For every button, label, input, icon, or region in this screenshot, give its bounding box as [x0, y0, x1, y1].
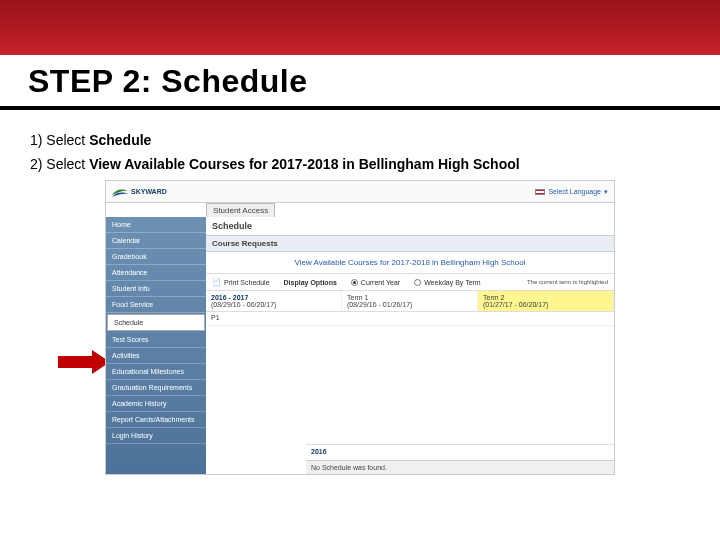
no-schedule-message: No Schedule was found. — [306, 460, 614, 474]
instruction-1-prefix: 1) Select — [30, 132, 89, 148]
app-body: HomeCalendarGradebookAttendanceStudent I… — [106, 217, 614, 474]
embedded-screenshot-wrap: SKYWARD Select Language ▾ Student Access… — [0, 180, 720, 475]
sidebar-item-graduation-requirements[interactable]: Graduation Requirements — [106, 380, 206, 396]
sidebar-item-activities[interactable]: Activities — [106, 348, 206, 364]
student-access-tab[interactable]: Student Access — [206, 203, 275, 217]
sidebar: HomeCalendarGradebookAttendanceStudent I… — [106, 217, 206, 474]
sidebar-item-academic-history[interactable]: Academic History — [106, 396, 206, 412]
year-label: 2016 - 2017 — [211, 294, 248, 301]
embedded-screenshot: SKYWARD Select Language ▾ Student Access… — [105, 180, 615, 475]
language-selector[interactable]: Select Language ▾ — [535, 188, 608, 196]
sidebar-item-calendar[interactable]: Calendar — [106, 233, 206, 249]
year-column: 2016 - 2017 (08/29/16 - 06/20/17) — [206, 291, 342, 311]
header-banner: STEP 2: Schedule — [0, 0, 720, 110]
year-range: (08/29/16 - 06/20/17) — [211, 301, 276, 308]
sidebar-item-schedule[interactable]: Schedule — [107, 314, 205, 331]
sidebar-item-home[interactable]: Home — [106, 217, 206, 233]
cell-blank-2 — [478, 312, 614, 325]
page-title: STEP 2: Schedule — [28, 63, 692, 100]
term2-label: Term 2 — [483, 294, 504, 301]
instruction-2-prefix: 2) Select — [30, 156, 89, 172]
term1-label: Term 1 — [347, 294, 368, 301]
view-available-courses-link[interactable]: View Available Courses for 2017-2018 in … — [206, 252, 614, 274]
instruction-1-bold: Schedule — [89, 132, 151, 148]
term1-range: (08/29/16 - 01/26/17) — [347, 301, 412, 308]
skyward-logo-text: SKYWARD — [131, 188, 167, 195]
app-top-bar: SKYWARD Select Language ▾ — [106, 181, 614, 203]
language-label: Select Language — [548, 188, 601, 195]
instruction-2-bold: View Available Courses for 2017-2018 in … — [89, 156, 520, 172]
main-panel: Schedule Course Requests View Available … — [206, 217, 614, 474]
divider-bar — [0, 106, 720, 110]
panel-header: Schedule — [206, 217, 614, 235]
term2-range: (01/27/17 - 06/20/17) — [483, 301, 548, 308]
flag-icon — [535, 189, 545, 195]
cell-blank-1 — [342, 312, 478, 325]
year-section-label: 2016 — [306, 444, 614, 458]
sidebar-item-food-service[interactable]: Food Service — [106, 297, 206, 313]
sidebar-item-test-scores[interactable]: Test Scores — [106, 332, 206, 348]
instruction-item-2: 2) Select View Available Courses for 201… — [30, 156, 690, 172]
print-schedule-link[interactable]: 📄 Print Schedule — [212, 278, 270, 286]
schedule-row: P1 — [206, 312, 614, 326]
radio-off-icon — [414, 279, 421, 286]
panel-subheader: Course Requests — [206, 235, 614, 252]
term1-column: Term 1 (08/29/16 - 01/26/17) — [342, 291, 478, 311]
instruction-item-1: 1) Select Schedule — [30, 132, 690, 148]
display-options-label: Display Options — [284, 279, 337, 286]
option-weekday-by-term[interactable]: Weekday By Term — [414, 279, 481, 286]
sidebar-item-report-cards-attachments[interactable]: Report Cards/Attachments — [106, 412, 206, 428]
sidebar-item-login-history[interactable]: Login History — [106, 428, 206, 444]
term2-column: Term 2 (01/27/17 - 06/20/17) — [478, 291, 614, 311]
instruction-list: 1) Select Schedule 2) Select View Availa… — [0, 110, 720, 172]
option-current-year[interactable]: Current Year — [351, 279, 400, 286]
term-header-row: 2016 - 2017 (08/29/16 - 06/20/17) Term 1… — [206, 291, 614, 312]
sidebar-item-attendance[interactable]: Attendance — [106, 265, 206, 281]
display-options-row: 📄 Print Schedule Display Options Current… — [206, 274, 614, 291]
title-band: STEP 2: Schedule — [0, 55, 720, 106]
skyward-logo: SKYWARD — [112, 187, 167, 197]
chevron-down-icon: ▾ — [604, 188, 608, 196]
highlight-note: The current term is highlighted — [527, 279, 608, 285]
sidebar-item-gradebook[interactable]: Gradebook — [106, 249, 206, 265]
period-label: P1 — [206, 312, 342, 325]
radio-on-icon — [351, 279, 358, 286]
sidebar-item-educational-milestones[interactable]: Educational Milestones — [106, 364, 206, 380]
skyward-logo-icon — [112, 187, 128, 197]
sidebar-item-student-info[interactable]: Student Info — [106, 281, 206, 297]
